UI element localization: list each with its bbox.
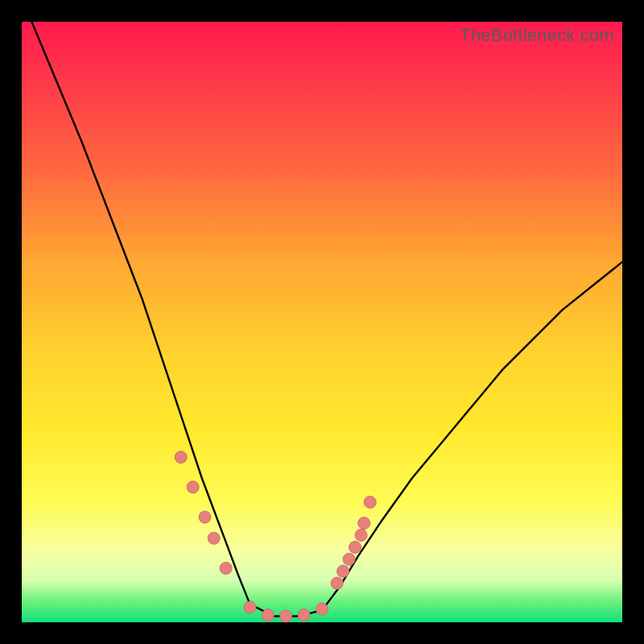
marker-dot	[343, 553, 355, 565]
marker-dot	[337, 565, 349, 577]
marker-dot	[298, 609, 310, 621]
plot-area: TheBottleneck.com	[22, 22, 622, 622]
marker-dot	[199, 511, 211, 523]
marker-dot	[280, 610, 292, 622]
marker-dot	[316, 603, 328, 615]
marker-dot	[262, 609, 274, 621]
marker-dot	[331, 577, 343, 589]
marker-dot	[208, 532, 220, 544]
chart-frame: TheBottleneck.com	[0, 0, 644, 644]
marker-dot	[355, 529, 367, 541]
marker-group	[175, 451, 376, 622]
marker-dot	[244, 601, 256, 613]
curve-path	[22, 0, 622, 616]
marker-dot	[349, 541, 361, 553]
watermark-text: TheBottleneck.com	[460, 25, 614, 46]
marker-dot	[220, 562, 232, 574]
marker-dot	[187, 481, 199, 493]
marker-dot	[175, 451, 187, 463]
marker-dot	[358, 517, 370, 529]
marker-dot	[364, 496, 376, 508]
bottleneck-curve	[22, 22, 622, 622]
